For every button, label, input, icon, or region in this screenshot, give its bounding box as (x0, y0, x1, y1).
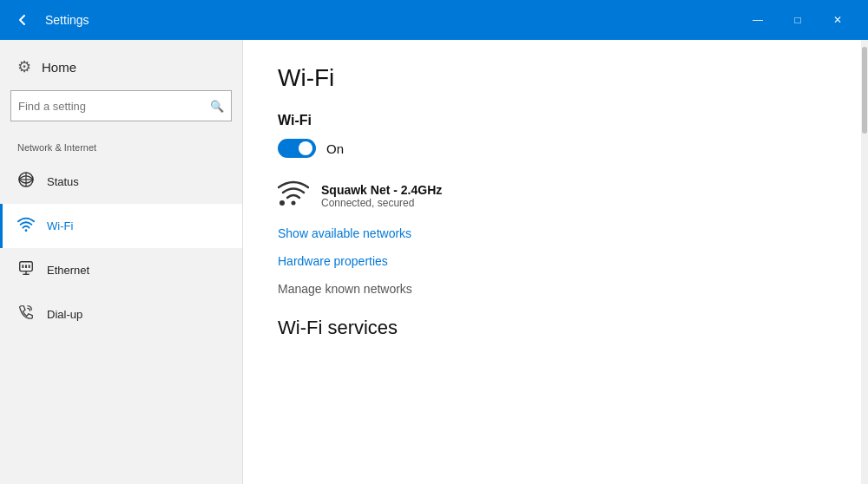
svg-rect-8 (25, 265, 27, 268)
sidebar-home-item[interactable]: ⚙ Home (0, 40, 242, 90)
search-box[interactable]: 🔍 (10, 90, 232, 121)
hardware-properties-link[interactable]: Hardware properties (278, 254, 826, 268)
home-icon: ⚙ (17, 57, 31, 76)
dialup-icon (17, 304, 35, 325)
scrollbar-track[interactable] (861, 40, 868, 484)
svg-rect-9 (29, 265, 30, 268)
wifi-nav-icon (17, 215, 35, 237)
sidebar-item-dialup[interactable]: Dial-up (0, 292, 242, 337)
window-title: Settings (45, 13, 738, 27)
window-controls: — □ ✕ (738, 0, 858, 40)
sidebar-item-ethernet[interactable]: Ethernet (0, 248, 242, 292)
network-status: Connected, secured (321, 197, 442, 209)
wifi-toggle-row: On (278, 139, 826, 158)
svg-rect-7 (22, 265, 23, 268)
sidebar-item-status[interactable]: Status (0, 160, 242, 204)
home-label: Home (42, 60, 76, 75)
show-available-networks-link[interactable]: Show available networks (278, 226, 826, 240)
main-layout: ⚙ Home 🔍 Network & Internet (0, 40, 868, 484)
close-button[interactable]: ✕ (818, 0, 858, 40)
manage-known-networks-link[interactable]: Manage known networks (278, 282, 826, 296)
content-area: Wi-Fi Wi-Fi On (243, 40, 861, 484)
status-icon (17, 171, 35, 193)
svg-point-3 (25, 229, 28, 232)
connected-network: Squawk Net - 2.4GHz Connected, secured (278, 179, 826, 213)
minimize-button[interactable]: — (738, 0, 778, 40)
svg-point-11 (279, 200, 285, 206)
network-info: Squawk Net - 2.4GHz Connected, secured (321, 183, 442, 209)
back-button[interactable] (10, 8, 35, 32)
network-name: Squawk Net - 2.4GHz (321, 183, 442, 197)
scrollbar-thumb[interactable] (862, 47, 867, 134)
wifi-toggle[interactable] (278, 139, 316, 158)
svg-point-10 (292, 201, 296, 206)
toggle-state-label: On (326, 141, 344, 156)
ethernet-icon (17, 259, 35, 281)
wifi-services-title: Wi-Fi services (278, 317, 826, 339)
wifi-section-heading: Wi-Fi (278, 113, 826, 128)
titlebar: Settings — □ ✕ (0, 0, 868, 40)
sidebar-section-label: Network & Internet (0, 135, 242, 160)
maximize-button[interactable]: □ (778, 0, 818, 40)
sidebar: ⚙ Home 🔍 Network & Internet (0, 40, 243, 484)
page-title: Wi-Fi (278, 64, 826, 92)
status-label: Status (47, 175, 79, 188)
wifi-signal-icon (278, 179, 309, 213)
search-input[interactable] (18, 100, 210, 113)
ethernet-label: Ethernet (47, 264, 89, 277)
search-icon: 🔍 (210, 100, 224, 113)
wifi-label: Wi-Fi (47, 219, 73, 232)
sidebar-item-wifi[interactable]: Wi-Fi (0, 204, 242, 248)
dialup-label: Dial-up (47, 308, 82, 321)
